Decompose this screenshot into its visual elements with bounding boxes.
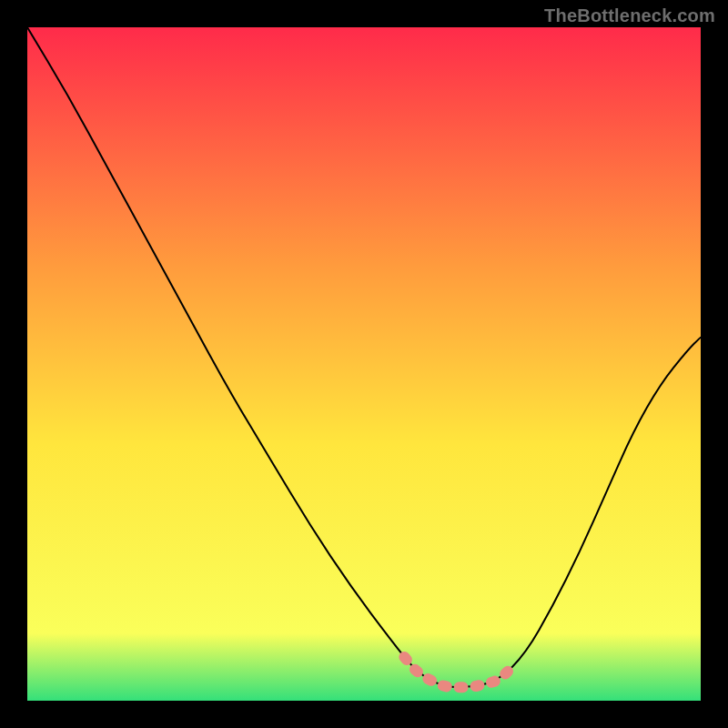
bottleneck-chart xyxy=(27,27,701,701)
gradient-background xyxy=(27,27,701,701)
chart-container: TheBottleneck.com xyxy=(0,0,728,728)
watermark-text: TheBottleneck.com xyxy=(544,5,715,26)
